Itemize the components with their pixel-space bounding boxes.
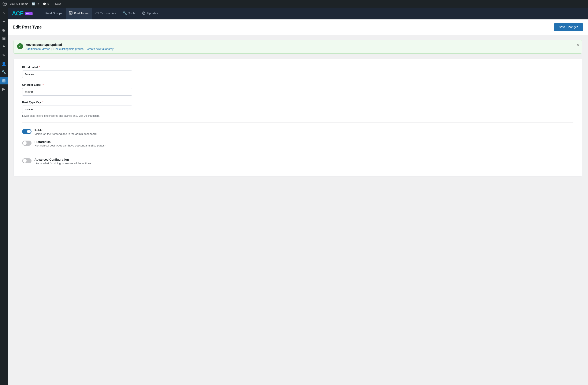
public-label: Public [34, 129, 573, 132]
create-taxonomy-link[interactable]: Create new taxonomy [87, 47, 113, 50]
site-name: ACF 6.1 Demo [10, 2, 28, 5]
new-item[interactable]: + New [52, 2, 61, 5]
post-type-key-group: Post Type Key * Lower case letters, unde… [22, 101, 573, 117]
sidebar-icon-edit[interactable]: ✎ [0, 52, 8, 59]
post-type-key-required: * [42, 101, 43, 104]
sidebar-icon-circle[interactable]: ◉ [0, 26, 8, 34]
nav-tools-label: Tools [128, 12, 135, 15]
notice-body: Movies post type updated Add fields to M… [26, 43, 579, 50]
nav-field-groups[interactable]: ☰ Field Groups [38, 8, 66, 19]
success-notice: ✓ Movies post type updated Add fields to… [14, 40, 582, 54]
plural-label-input[interactable] [22, 71, 132, 78]
wp-logo-item[interactable]: W [2, 2, 7, 6]
nav-updates-label: Updates [147, 12, 158, 15]
sidebar-icon-grid[interactable]: ▣ [0, 35, 8, 42]
plural-label-label: Plural Label * [22, 66, 573, 69]
post-type-key-input[interactable] [22, 106, 132, 113]
comments-item[interactable]: 💬 0 [43, 2, 49, 5]
plural-label-group: Plural Label * [22, 66, 573, 78]
comments-icon: 💬 [43, 2, 46, 5]
page-header: Edit Post Type Save Changes [8, 19, 588, 35]
admin-bar: W ACF 6.1 Demo 🔄 14 💬 0 + New [0, 0, 588, 8]
acf-pro-badge: PRO [25, 12, 33, 15]
sidebar: ⌂ ✦ ◉ ▣ ⚑ ✎ 👤 🔧 ▦ ▶ [0, 8, 8, 385]
hierarchical-thumb [23, 141, 27, 145]
advanced-config-toggle-row: Advanced Configuration I know what I'm d… [22, 158, 573, 165]
updates-count: 14 [36, 2, 39, 5]
advanced-config-thumb [23, 159, 27, 163]
updates-item[interactable]: 🔄 14 [32, 2, 39, 5]
tools-icon: 🔧 [123, 11, 127, 15]
notice-sep-2: | [85, 47, 85, 50]
post-type-key-label: Post Type Key * [22, 101, 573, 104]
hierarchical-toggle-row: Hierarchical Hierarchical post types can… [22, 140, 573, 147]
svg-text:W: W [4, 3, 6, 5]
notice-check-icon: ✓ [17, 43, 23, 49]
singular-label-group: Singular Label * [22, 83, 573, 96]
site-name-item[interactable]: ACF 6.1 Demo [10, 2, 28, 5]
nav-tools[interactable]: 🔧 Tools [119, 8, 139, 19]
nav-post-types[interactable]: Post Types [66, 8, 92, 19]
hierarchical-label-wrap: Hierarchical Hierarchical post types can… [34, 140, 573, 147]
form-card: Plural Label * Singular Label * [14, 59, 582, 176]
plus-icon: + [52, 2, 54, 5]
page-content: Edit Post Type Save Changes ✓ Movies pos… [8, 19, 588, 385]
field-groups-icon: ☰ [41, 11, 44, 15]
taxonomies-icon: 🏷 [95, 11, 99, 15]
public-thumb [27, 130, 31, 134]
advanced-config-label: Advanced Configuration [34, 158, 573, 161]
content-area: ACF PRO ☰ Field Groups Post Types [8, 8, 588, 385]
form-divider-2 [22, 152, 573, 152]
nav-taxonomies-label: Taxonomies [100, 12, 116, 15]
wp-logo-icon: W [2, 2, 7, 6]
notice-close-button[interactable]: × [577, 43, 579, 47]
comments-count: 0 [47, 2, 49, 5]
nav-field-groups-label: Field Groups [45, 12, 62, 15]
updates-nav-icon: ⏻ [142, 11, 146, 15]
add-fields-link[interactable]: Add fields to Movies [26, 47, 50, 50]
sidebar-icon-acf[interactable]: ▦ [0, 77, 8, 84]
public-desc: Visible on the frontend and in the admin… [34, 132, 573, 135]
svg-rect-4 [70, 13, 71, 13]
notice-links: Add fields to Movies | Link existing fie… [26, 47, 579, 50]
page-title: Edit Post Type [13, 25, 42, 30]
nav-updates[interactable]: ⏻ Updates [139, 8, 161, 19]
link-groups-link[interactable]: Link existing field groups [53, 47, 84, 50]
sidebar-icon-flag[interactable]: ⚑ [0, 43, 8, 51]
post-type-key-hint: Lower case letters, underscores and dash… [22, 115, 573, 117]
hierarchical-toggle[interactable] [22, 141, 31, 146]
hierarchical-label: Hierarchical [34, 140, 573, 144]
hierarchical-desc: Hierarchical post types can have descend… [34, 144, 573, 147]
updates-icon: 🔄 [32, 2, 35, 5]
save-changes-button[interactable]: Save Changes [554, 23, 583, 31]
post-types-icon [69, 11, 72, 15]
notice-title: Movies post type updated [26, 43, 579, 46]
sidebar-icon-user[interactable]: 👤 [0, 60, 8, 68]
sidebar-icon-star[interactable]: ✦ [0, 18, 8, 25]
acf-logo-text: ACF [12, 10, 23, 17]
plural-label-required: * [39, 66, 40, 69]
main-layout: ⌂ ✦ ◉ ▣ ⚑ ✎ 👤 🔧 ▦ ▶ ACF PRO ☰ Field Grou… [0, 8, 588, 385]
svg-rect-3 [70, 12, 72, 12]
sidebar-icon-home[interactable]: ⌂ [0, 9, 8, 17]
post-types-svg [69, 11, 72, 15]
public-toggle-row: Public Visible on the frontend and in th… [22, 129, 573, 135]
form-divider-1 [22, 122, 573, 123]
acf-logo[interactable]: ACF PRO [12, 10, 33, 17]
advanced-config-toggle[interactable] [22, 158, 31, 163]
svg-rect-5 [70, 13, 71, 14]
sidebar-icon-play[interactable]: ▶ [0, 85, 8, 93]
acf-nav: ACF PRO ☰ Field Groups Post Types [8, 8, 588, 19]
public-toggle[interactable] [22, 129, 31, 134]
advanced-config-label-wrap: Advanced Configuration I know what I'm d… [34, 158, 573, 165]
nav-post-types-label: Post Types [74, 12, 88, 15]
singular-label-required: * [42, 83, 43, 86]
new-label: New [55, 2, 61, 5]
advanced-config-desc: I know what I'm doing, show me all the o… [34, 162, 573, 165]
singular-label-input[interactable] [22, 88, 132, 96]
nav-taxonomies[interactable]: 🏷 Taxonomies [92, 8, 119, 19]
singular-label-label: Singular Label * [22, 83, 573, 86]
sidebar-icon-tools[interactable]: 🔧 [0, 68, 8, 76]
public-label-wrap: Public Visible on the frontend and in th… [34, 129, 573, 135]
notice-sep-1: | [51, 47, 52, 50]
